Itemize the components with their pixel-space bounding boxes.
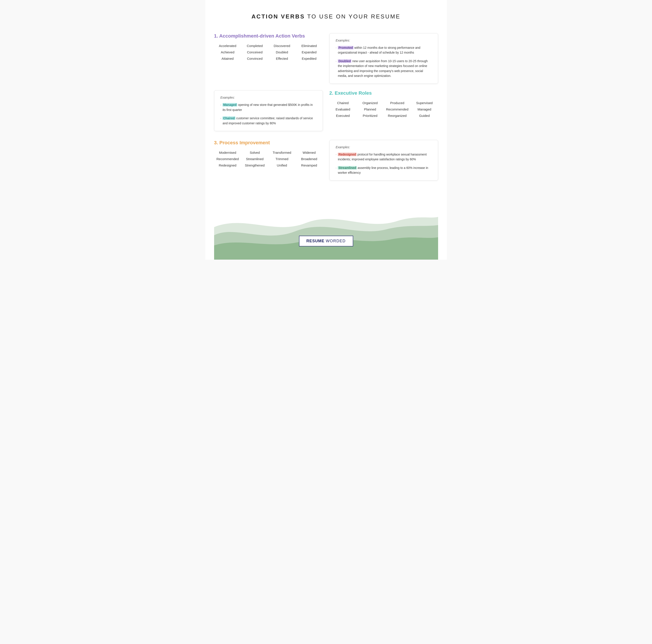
word-item: Convinced: [241, 56, 268, 61]
section3-left: 3. Process Improvement Modernised Recomm…: [214, 140, 323, 181]
section1-word-grid: Accelerated Achieved Attained Completed …: [214, 43, 323, 61]
wave-svg: [214, 190, 438, 260]
word-item: Guided: [411, 113, 438, 118]
bullet: ·: [336, 165, 337, 170]
example-item: · Doubled new user acquisition from 10-1…: [336, 59, 432, 78]
highlight-promoted: Promoted: [338, 46, 353, 49]
example-text: Promoted within 12 months due to strong …: [338, 45, 432, 55]
highlight-streamlined: Streamlined: [338, 166, 357, 169]
wave-area: RESUME WORDED: [214, 185, 438, 260]
section2-col2: Organized Planned Prioritized: [356, 100, 384, 118]
section2-right: 2. Executive Roles Chaired Evaluated Exe…: [329, 90, 438, 131]
word-item: Expanded: [296, 50, 323, 55]
header-light: TO USE ON YOUR RESUME: [305, 13, 400, 20]
logo-container: RESUME WORDED: [299, 236, 353, 246]
section2-col1: Chaired Evaluated Executed: [329, 100, 357, 118]
word-item: Widened: [296, 150, 323, 155]
highlight-chaired: Chaired: [222, 116, 235, 120]
word-item: Recommended: [384, 107, 411, 112]
word-item: Chaired: [329, 100, 357, 106]
section1-col4: Eliminated Expanded Expedited: [296, 43, 323, 61]
section1-col3: Discovered Doubled Effected: [268, 43, 296, 61]
example-box-1: Examples: · Promoted within 12 months du…: [329, 33, 438, 84]
main-header: ACTION VERBS TO USE ON YOUR RESUME: [214, 13, 438, 20]
word-item: Eliminated: [296, 43, 323, 49]
header-bold: ACTION VERBS: [251, 13, 305, 20]
section2-col3: Produced Recommended Reorganized: [384, 100, 411, 118]
logo-box: RESUME WORDED: [299, 236, 353, 246]
example-item: · Streamlined assembly line process, lea…: [336, 165, 432, 175]
word-item: Effected: [268, 56, 296, 61]
word-item: Broadened: [296, 156, 323, 162]
section3-col3: Transformed Trimmed Unified: [268, 150, 296, 168]
section1-title: 1. Accomplishment-driven Action Verbs: [214, 33, 323, 39]
word-item: Produced: [384, 100, 411, 106]
word-item: Planned: [356, 107, 384, 112]
word-item: Accelerated: [214, 43, 241, 49]
section3-col4: Widened Broadened Revamped: [296, 150, 323, 168]
bullet: ·: [336, 59, 337, 63]
example-item: · Promoted within 12 months due to stron…: [336, 45, 432, 55]
section1-example-box-left: Examples: · Managed opening of new store…: [214, 90, 323, 131]
example-text: Chaired customer service committee; rais…: [222, 116, 316, 126]
word-item: Solved: [241, 150, 268, 155]
example-item: · Redesigned protocol for handling workp…: [336, 152, 432, 162]
logo-resume-text: RESUME: [306, 239, 324, 243]
example-text: Managed opening of new store that genera…: [222, 102, 316, 112]
word-item: Conceived: [241, 50, 268, 55]
word-item: Expedited: [296, 56, 323, 61]
logo-worded-text: WORDED: [326, 239, 346, 243]
word-item: Managed: [411, 107, 438, 112]
section2-title: 2. Executive Roles: [329, 90, 438, 96]
word-item: Executed: [329, 113, 357, 118]
example-text: Doubled new user acquisition from 10-15 …: [338, 59, 432, 78]
example-box-3: Examples: · Redesigned protocol for hand…: [329, 140, 438, 181]
section3-col2: Solved Streamlined Strengthened: [241, 150, 268, 168]
word-item: Streamlined: [241, 156, 268, 162]
word-item: Evaluated: [329, 107, 357, 112]
word-item: Transformed: [268, 150, 296, 155]
example-label-1: Examples:: [336, 39, 432, 42]
word-item: Trimmed: [268, 156, 296, 162]
highlight-managed: Managed: [222, 103, 237, 107]
word-item: Unified: [268, 163, 296, 168]
example-label-2: Examples:: [220, 96, 317, 99]
example-item: · Chaired customer service committee; ra…: [220, 116, 317, 126]
section1-left: 1. Accomplishment-driven Action Verbs Ac…: [214, 33, 323, 84]
word-item: Prioritized: [356, 113, 384, 118]
highlight-redesigned: Redesigned: [338, 153, 356, 156]
bullet: ·: [336, 45, 337, 50]
word-item: Redesigned: [214, 163, 241, 168]
example-item: · Managed opening of new store that gene…: [220, 102, 317, 112]
example-label-3: Examples:: [336, 145, 432, 149]
word-item: Strengthened: [241, 163, 268, 168]
section3-example-box: Examples: · Redesigned protocol for hand…: [329, 140, 438, 181]
bullet: ·: [336, 152, 337, 157]
word-item: Modernised: [214, 150, 241, 155]
row-1: 1. Accomplishment-driven Action Verbs Ac…: [214, 33, 438, 84]
example-text: Redesigned protocol for handling workpla…: [338, 152, 432, 162]
section2-word-grid: Chaired Evaluated Executed Organized Pla…: [329, 100, 438, 118]
section3-col1: Modernised Recommended Redesigned: [214, 150, 241, 168]
word-item: Discovered: [268, 43, 296, 49]
word-item: Supervised: [411, 100, 438, 106]
section3-title: 3. Process Improvement: [214, 140, 323, 145]
word-item: Recommended: [214, 156, 241, 162]
section2-col4: Supervised Managed Guided: [411, 100, 438, 118]
example-box-2: Examples: · Managed opening of new store…: [214, 90, 323, 131]
word-item: Reorganized: [384, 113, 411, 118]
word-item: Organized: [356, 100, 384, 106]
section1-col2: Completed Conceived Convinced: [241, 43, 268, 61]
row-2: Examples: · Managed opening of new store…: [214, 90, 438, 131]
bullet: ·: [220, 116, 221, 120]
section3-word-grid: Modernised Recommended Redesigned Solved…: [214, 150, 323, 168]
word-item: Doubled: [268, 50, 296, 55]
section1-col1: Accelerated Achieved Attained: [214, 43, 241, 61]
word-item: Achieved: [214, 50, 241, 55]
word-item: Revamped: [296, 163, 323, 168]
example-text: Streamlined assembly line process, leadi…: [338, 165, 432, 175]
word-item: Attained: [214, 56, 241, 61]
highlight-doubled: Doubled: [338, 59, 351, 63]
bullet: ·: [220, 102, 221, 107]
word-item: Completed: [241, 43, 268, 49]
